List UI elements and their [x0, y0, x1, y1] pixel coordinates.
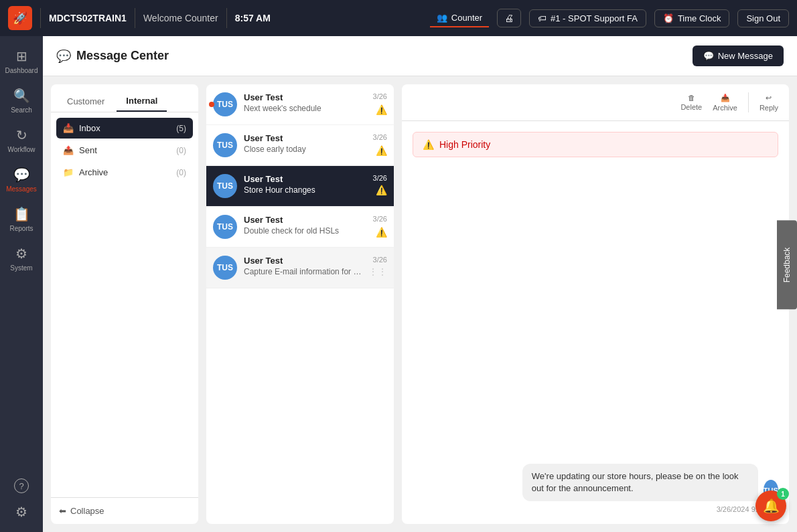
- sidebar-item-search[interactable]: 🔍 Search: [0, 82, 43, 119]
- msg-date: 3/26: [373, 256, 387, 264]
- reply-label: Reply: [759, 104, 778, 112]
- feedback-button[interactable]: Feedback: [777, 220, 797, 309]
- drag-handle-icon[interactable]: ⋮⋮: [368, 266, 387, 277]
- archive-icon: 📥: [721, 94, 730, 102]
- sidebar-item-dashboard[interactable]: ⊞ Dashboard: [0, 43, 43, 80]
- sidebar-item-messages[interactable]: 💬 Messages: [0, 161, 43, 198]
- message-bubble-wrapper: We're updating our store hours, please b…: [522, 464, 778, 513]
- counter-icon: 👥: [437, 13, 447, 23]
- message-item[interactable]: TUS User Test Double check for old HSLs …: [206, 207, 394, 248]
- msg-right: 3/26 ⋮⋮: [368, 256, 387, 277]
- page-title-icon: 💬: [56, 49, 71, 64]
- topbar-divider-3: [226, 8, 227, 28]
- topbar-divider-1: [40, 8, 41, 28]
- message-bubble-row: We're updating our store hours, please b…: [413, 450, 778, 513]
- counter-button[interactable]: 👥 Counter: [430, 9, 489, 27]
- workflow-icon: ↻: [16, 127, 27, 143]
- left-panel: Customer Internal 📥 Inbox (5) 📤: [51, 84, 198, 524]
- archive-label: Archive: [79, 167, 108, 177]
- msg-header: User Test: [244, 133, 366, 143]
- msg-date: 3/26: [373, 92, 387, 100]
- archive-button[interactable]: 📥 Archive: [713, 94, 737, 112]
- topbar: 🚀 MDCTS02TRAIN1 Welcome Counter 8:57 AM …: [0, 0, 797, 36]
- avatar: TUS: [213, 174, 237, 198]
- sidebar-item-reports[interactable]: 📋 Reports: [0, 201, 43, 238]
- delete-icon: 🗑: [688, 94, 695, 102]
- tabs-row: Customer Internal: [51, 84, 198, 112]
- msg-content: User Test Close early today: [244, 133, 366, 154]
- sidebar-item-label-workflow: Workflow: [8, 146, 35, 153]
- delete-button[interactable]: 🗑 Delete: [680, 94, 702, 111]
- priority-icon: ⚠️: [423, 139, 434, 150]
- archive-action-label: Archive: [713, 104, 737, 112]
- topbar-divider-2: [135, 8, 135, 28]
- high-priority-icon: ⚠️: [376, 185, 387, 195]
- nav-item-sent-left: 📤 Sent: [63, 145, 97, 155]
- welcome-label: Welcome Counter: [143, 13, 218, 23]
- messages-icon: 💬: [13, 167, 30, 183]
- unread-dot: [209, 102, 214, 107]
- sidebar-item-help[interactable]: ?: [11, 473, 31, 499]
- dashboard-icon: ⊞: [16, 48, 27, 64]
- detail-body: ⚠️ High Priority We're updating our stor…: [402, 121, 789, 524]
- system-icon: ⚙: [15, 246, 27, 262]
- msg-header: User Test: [244, 92, 366, 102]
- collapse-button[interactable]: ⬅ Collapse: [59, 506, 104, 516]
- sidebar-item-system[interactable]: ⚙ System: [0, 240, 43, 277]
- msg-preview: Double check for old HSLs: [244, 226, 366, 236]
- msg-right: 3/26 ⚠️: [373, 92, 387, 115]
- msg-preview: Close early today: [244, 145, 366, 154]
- toolbar-divider: [748, 92, 749, 112]
- nav-items: 📥 Inbox (5) 📤 Sent (0): [51, 112, 198, 188]
- main-layout: ⊞ Dashboard 🔍 Search ↻ Workflow 💬 Messag…: [0, 36, 797, 532]
- tab-customer[interactable]: Customer: [58, 91, 114, 112]
- inbox-count: (5): [176, 124, 186, 133]
- archive-count: (0): [176, 168, 186, 177]
- spot-support-button[interactable]: 🏷 #1 - SPOT Support FA: [529, 9, 646, 27]
- nav-item-archive[interactable]: 📁 Archive (0): [56, 162, 193, 183]
- priority-label: High Priority: [439, 139, 490, 150]
- msg-content: User Test Capture E-mail information for…: [244, 256, 362, 276]
- msg-date: 3/26: [373, 133, 387, 141]
- app-logo: 🚀: [8, 6, 32, 30]
- avatar: TUS: [213, 215, 237, 239]
- msg-header: User Test: [244, 256, 362, 266]
- collapse-icon: ⬅: [59, 506, 66, 516]
- avatar: TUS: [213, 133, 237, 157]
- sign-out-button[interactable]: Sign Out: [737, 9, 789, 27]
- nav-item-inbox[interactable]: 📥 Inbox (5): [56, 118, 193, 139]
- sidebar-item-label-system: System: [10, 264, 32, 272]
- message-item[interactable]: TUS User Test Next week's schedule 3/26 …: [206, 84, 394, 125]
- spot-label: #1 - SPOT Support FA: [551, 13, 638, 23]
- spot-icon: 🏷: [538, 13, 547, 23]
- avatar: TUS: [213, 92, 237, 116]
- notification-button[interactable]: 🔔 1: [755, 491, 786, 521]
- message-item[interactable]: TUS User Test Close early today 3/26 ⚠️: [206, 125, 394, 166]
- collapse-label: Collapse: [70, 506, 104, 516]
- notification-badge: 1: [777, 488, 789, 500]
- nav-item-sent[interactable]: 📤 Sent (0): [56, 140, 193, 161]
- msg-name: User Test: [244, 256, 283, 266]
- tab-internal[interactable]: Internal: [117, 91, 167, 112]
- new-message-button[interactable]: 💬 New Message: [693, 46, 784, 66]
- warning-icon: ⚠️: [376, 145, 387, 156]
- msg-name: User Test: [244, 133, 283, 143]
- new-message-label: New Message: [718, 51, 773, 61]
- avatar: TUS: [213, 256, 237, 280]
- nav-item-inbox-left: 📥 Inbox: [63, 123, 100, 133]
- nav-item-archive-left: 📁 Archive: [63, 167, 108, 177]
- bubble-text: We're updating our store hours, please b…: [532, 471, 739, 493]
- time-clock-button[interactable]: ⏰ Time Clock: [654, 9, 730, 27]
- sidebar-item-workflow[interactable]: ↻ Workflow: [0, 122, 43, 159]
- message-item-selected[interactable]: TUS User Test Store Hour changes 3/26 ⚠️: [206, 166, 394, 207]
- reports-icon: 📋: [13, 206, 30, 222]
- msg-preview: Store Hour changes: [244, 185, 366, 195]
- archive-icon: 📁: [63, 167, 74, 177]
- counter-label: Counter: [451, 13, 482, 23]
- print-button[interactable]: 🖨: [497, 9, 521, 27]
- message-item[interactable]: TUS User Test Capture E-mail information…: [206, 248, 394, 288]
- message-bubble: We're updating our store hours, please b…: [522, 464, 758, 501]
- detail-toolbar: 🗑 Delete 📥 Archive ↩ Reply: [402, 84, 789, 121]
- reply-button[interactable]: ↩ Reply: [759, 94, 778, 112]
- sidebar-item-settings[interactable]: ⚙: [11, 499, 31, 525]
